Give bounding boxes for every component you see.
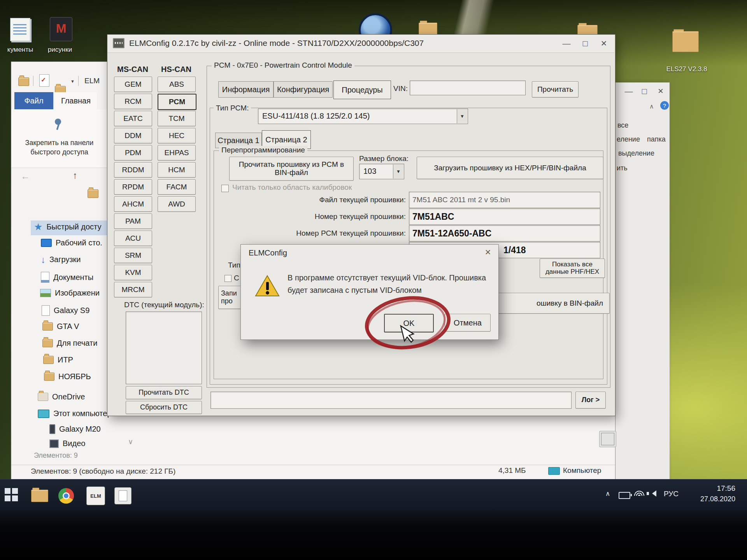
sidebar-item-video[interactable]: Видео — [49, 439, 85, 448]
close-button[interactable]: × — [596, 37, 612, 49]
module-button-mrcm[interactable]: MRCM — [114, 282, 152, 298]
pcm-type-combobox[interactable]: ESU-411/418 (1.8 125/2.0 145) ▼ — [258, 108, 468, 124]
battery-icon[interactable] — [619, 492, 630, 499]
read-dtc-button[interactable]: Прочитать DTC — [126, 386, 202, 399]
vin-label: VIN: — [393, 84, 408, 93]
sidebar-item-quick-access[interactable]: ★ Быстрый досту — [34, 221, 102, 233]
module-button-ddm[interactable]: DDM — [114, 128, 152, 144]
taskbar-explorer-icon[interactable] — [31, 490, 48, 502]
back-arrow-icon[interactable]: ← — [21, 171, 30, 182]
module-button-pam[interactable]: PAM — [114, 214, 152, 229]
module-button-ehpas[interactable]: EHPAS — [158, 145, 196, 161]
elmconfig-titlebar[interactable]: ELMConfig 0.2.17c by civil-zz - Online m… — [107, 35, 614, 53]
up-arrow-icon[interactable]: ↑ — [73, 170, 77, 181]
combo-dropdown-icon[interactable]: ▼ — [393, 164, 403, 178]
combo-dropdown-icon[interactable]: ▼ — [457, 109, 467, 123]
block-size-combobox[interactable]: 103 ▼ — [359, 164, 404, 179]
calibration-checkbox[interactable] — [221, 185, 229, 192]
cancel-button[interactable]: Отмена — [445, 314, 491, 332]
calibration-checkbox-label: Читать только область калибровок — [232, 183, 352, 192]
dtc-listbox[interactable] — [126, 312, 202, 384]
tab-information[interactable]: Информация — [218, 81, 274, 98]
clock-date[interactable]: 27.08.2020 — [677, 495, 735, 503]
statusbar-size-label: 4,31 МБ — [498, 466, 526, 475]
folder-icon — [43, 356, 54, 364]
module-button-kvm[interactable]: KVM — [114, 265, 152, 280]
qat-folder-icon[interactable] — [18, 77, 29, 86]
taskbar-elm-icon[interactable]: ELM — [86, 486, 105, 505]
load-firmware-button[interactable]: Загрузить прошивку из HEX/PHF/BIN-файла — [417, 157, 603, 179]
speaker-icon[interactable] — [649, 490, 656, 497]
module-button-rddm[interactable]: RDDM — [114, 162, 152, 178]
start-button[interactable] — [5, 488, 18, 501]
pin-icon[interactable] — [55, 119, 61, 125]
tab-file[interactable]: Файл — [14, 92, 53, 109]
sidebar-item-itr[interactable]: ИТР — [43, 355, 73, 364]
module-button-abs[interactable]: ABS — [158, 77, 196, 92]
desktop-icon-label: ELS27 V2.3.8 — [661, 65, 712, 73]
module-button-eatc[interactable]: EATC — [114, 111, 152, 126]
pcm-group-title: PCM - 0x7E0 - Powertrain Control Module — [212, 61, 354, 70]
sidebar-item-galaxy-s9[interactable]: Galaxy S9 — [42, 305, 89, 316]
sidebar-item-for-print[interactable]: Для печати — [42, 339, 97, 348]
sidebar-item-pictures[interactable]: Изображени — [40, 289, 100, 298]
module-button-ahcm[interactable]: AHCM — [114, 196, 152, 212]
minimize-icon[interactable]: — — [623, 86, 635, 96]
module-button-rpdm[interactable]: RPDM — [114, 179, 152, 195]
module-button-facm[interactable]: FACM — [158, 179, 196, 195]
log-field[interactable] — [210, 392, 572, 409]
clock-time[interactable]: 17:56 — [689, 484, 735, 493]
touch-keyboard-icon[interactable] — [599, 431, 616, 447]
qat-check-document-icon[interactable]: ✓ — [39, 74, 49, 87]
vin-input[interactable] — [410, 80, 526, 95]
language-indicator[interactable]: РУС — [664, 490, 679, 498]
read-vin-button[interactable]: Прочитать — [532, 81, 579, 98]
ribbon-collapse-icon[interactable]: ∧ — [649, 103, 654, 110]
log-button[interactable]: Лог > — [575, 392, 606, 409]
close-icon[interactable]: × — [655, 86, 666, 96]
module-button-tcm[interactable]: TCM — [158, 111, 196, 126]
dialog-close-icon[interactable]: × — [481, 246, 494, 258]
ok-button[interactable]: OK — [384, 314, 434, 332]
sidebar-item-galaxy-m20[interactable]: Galaxy M20 — [49, 424, 101, 434]
module-button-hec[interactable]: HEC — [158, 128, 196, 144]
sidebar-item-label: Galaxy M20 — [59, 425, 101, 434]
tab-home[interactable]: Главная — [55, 92, 97, 109]
checkbox-fragment[interactable] — [224, 275, 231, 282]
desktop-icon-els27[interactable]: ELS27 V2.3.8 — [661, 28, 712, 49]
qat-dropdown-icon[interactable]: ▼ — [70, 79, 75, 84]
taskbar-chrome-icon[interactable] — [58, 488, 74, 504]
module-button-hcm[interactable]: HCM — [158, 162, 196, 178]
sidebar-item-november[interactable]: НОЯБРЬ — [44, 372, 91, 381]
module-button-gem[interactable]: GEM — [114, 77, 152, 92]
sidebar-item-this-pc[interactable]: Этот компьютер — [38, 409, 112, 418]
sidebar-item-onedrive[interactable]: OneDrive — [38, 392, 85, 401]
minimize-button[interactable]: — — [559, 38, 574, 49]
help-icon[interactable]: ? — [660, 101, 669, 110]
dtc-list-label: DTC (текущий модуль): — [124, 301, 204, 309]
module-button-acu[interactable]: ACU — [114, 231, 152, 246]
current-file-label: Файл текущей прошивки: — [218, 196, 406, 204]
maximize-button[interactable]: □ — [577, 38, 593, 49]
sidebar-item-gta-v[interactable]: GTA V — [42, 322, 79, 331]
tab-procedures[interactable]: Процедуры — [333, 80, 391, 99]
sidebar-item-documents[interactable]: Документы — [41, 272, 93, 283]
sidebar-scroll-chevron-icon[interactable]: ∨ — [128, 438, 133, 446]
module-button-awd[interactable]: AWD — [158, 196, 196, 212]
read-firmware-button[interactable]: Прочитать прошивку из PCM в BIN-файл — [229, 157, 354, 181]
sidebar-item-desktop[interactable]: Рабочий сто. — [41, 238, 102, 247]
clear-dtc-button[interactable]: Сбросить DTC — [126, 401, 202, 414]
module-button-pcm[interactable]: PCM — [158, 94, 196, 110]
maximize-icon[interactable]: □ — [638, 86, 650, 96]
module-button-srm[interactable]: SRM — [114, 248, 152, 263]
tray-chevron-icon[interactable]: ∧ — [605, 490, 610, 498]
tab-configuration[interactable]: Конфигурация — [274, 81, 333, 98]
module-button-rcm[interactable]: RCM — [114, 94, 152, 109]
taskbar-app-icon[interactable] — [114, 487, 132, 504]
sidebar-item-label: НОЯБРЬ — [58, 372, 91, 381]
wifi-icon[interactable] — [634, 490, 644, 496]
show-all-phf-button[interactable]: Показать все данные PHF/HEX — [540, 259, 605, 278]
sidebar-item-downloads[interactable]: ↓ Загрузки — [41, 255, 81, 264]
module-button-pdm[interactable]: PDM — [114, 145, 152, 161]
sidebar-item-label: Этот компьютер — [53, 409, 112, 418]
